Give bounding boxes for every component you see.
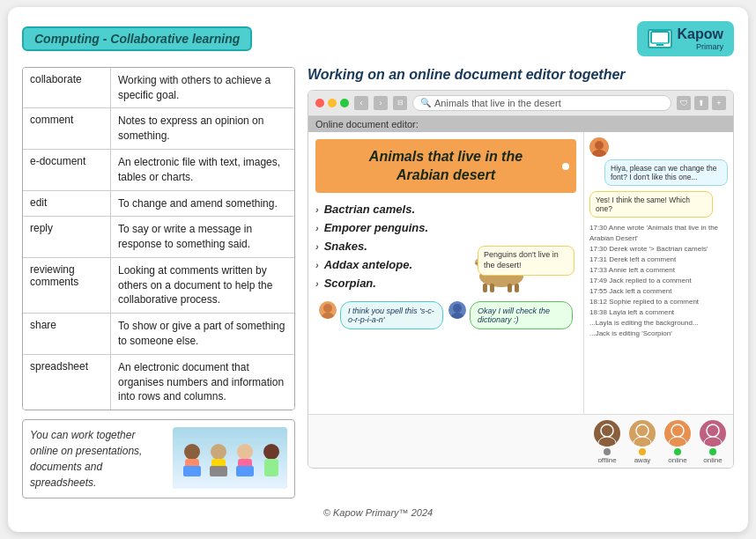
glossary-def: To show or give a part of something to s…	[111, 314, 294, 354]
home-button[interactable]: ⊟	[393, 96, 407, 110]
chat-log-entry: 18:38 Layla left a comment	[589, 307, 728, 318]
logo-sub: Primary	[678, 42, 723, 51]
glossary-term: comment	[23, 108, 111, 149]
page: Computing - Collaborative learning Kapow…	[8, 7, 748, 533]
chat-log-entry: 17:55 Jack left a comment	[589, 286, 728, 297]
chat-log-entry: 17:30 Anne wrote 'Animals that live in t…	[589, 223, 728, 244]
svg-rect-21	[490, 284, 494, 292]
chat-log: 17:30 Anne wrote 'Animals that live in t…	[589, 223, 728, 339]
editor-area: Animals that live in the Arabian desert …	[308, 132, 733, 414]
glossary-def: Working with others to achieve a specifi…	[111, 68, 294, 108]
svg-rect-20	[483, 284, 487, 292]
doc-header-dot	[562, 163, 569, 170]
right-panel: Working on an online document editor tog…	[308, 67, 734, 499]
right-title: Working on an online document editor tog…	[308, 67, 734, 83]
status-dot	[604, 448, 611, 455]
list-arrow: ›	[315, 223, 319, 233]
chat-log-entry: ...Layla is editing the background...	[589, 318, 728, 329]
doc-title: Animals that live in the Arabian desert	[328, 148, 564, 185]
list-arrow: ›	[315, 260, 319, 270]
browser-icons: 🛡 ⬆ +	[677, 96, 726, 110]
chat-user1	[589, 137, 728, 157]
glossary-row: edit To change and amend something.	[23, 191, 294, 218]
user-avatar	[629, 420, 656, 447]
svg-point-7	[211, 444, 226, 460]
chat-log-entry: 17:31 Derek left a comment	[589, 255, 728, 265]
svg-rect-12	[236, 466, 254, 476]
user-avatar	[700, 420, 726, 447]
user-item: offline	[594, 420, 620, 464]
logo: Kapow Primary	[637, 21, 734, 56]
svg-rect-0	[651, 32, 669, 43]
back-button[interactable]: ‹	[354, 96, 368, 110]
glossary-def: Looking at comments written by others on…	[111, 258, 294, 313]
speech2-bubble: Okay I will check the dictionary :)	[470, 301, 573, 329]
traffic-lights	[315, 99, 349, 107]
user-status-group: offline	[597, 448, 616, 464]
svg-rect-23	[515, 284, 519, 292]
svg-rect-1	[656, 43, 663, 46]
svg-point-29	[453, 304, 462, 313]
glossary-row: comment Notes to express an opinion on s…	[23, 108, 294, 150]
logo-text-group: Kapow Primary	[678, 26, 723, 51]
svg-point-4	[184, 444, 200, 460]
list-arrow: ›	[315, 204, 319, 215]
doc-header: Animals that live in the Arabian desert	[315, 139, 576, 194]
glossary-row: reply To say or write a message in respo…	[23, 217, 294, 258]
forward-button[interactable]: ›	[374, 96, 388, 110]
glossary-def: Notes to express an opinion on something…	[111, 108, 294, 149]
list-item-text: Emporer penguins.	[324, 221, 428, 234]
chat-bubble2: Yes! I think the same! Which one?	[589, 191, 713, 218]
glossary-term: collaborate	[23, 68, 111, 108]
speech1-bubble: I think you spell this 's-c-o-r-p-i-a-n'	[340, 301, 443, 329]
user-item: online	[664, 420, 691, 464]
page-title: Computing - Collaborative learning	[22, 26, 252, 51]
close-button[interactable]	[315, 99, 324, 107]
kids-image	[173, 427, 287, 489]
footer: © Kapow Primary™ 2024	[22, 507, 734, 518]
list-item-text: Snakes.	[324, 240, 367, 253]
maximize-button[interactable]	[340, 99, 349, 107]
speech1-container: I think you spell this 's-c-o-r-p-i-a-n'	[319, 301, 443, 329]
address-bar[interactable]: 🔍 Animals that live in the desert	[412, 95, 671, 111]
share-icon[interactable]: ⬆	[694, 96, 708, 110]
svg-point-38	[669, 437, 686, 447]
user-avatar	[594, 420, 620, 447]
svg-point-27	[323, 304, 332, 313]
left-panel: collaborate Working with others to achie…	[22, 67, 295, 499]
svg-point-34	[598, 437, 616, 447]
user-status-label: online	[668, 456, 686, 464]
svg-point-35	[636, 425, 649, 437]
user-item: online	[700, 420, 726, 464]
svg-point-31	[595, 141, 604, 150]
chat-log-entry: 17:30 Derek wrote '> Bactrian camels'	[589, 244, 728, 255]
chat-log-entry: 18:12 Sophie replied to a comment	[589, 297, 728, 307]
minimize-button[interactable]	[328, 99, 337, 107]
browser-mockup: ‹ › ⊟ 🔍 Animals that live in the desert …	[308, 90, 734, 469]
glossary-term: edit	[23, 191, 111, 217]
glossary-term: reply	[23, 217, 111, 257]
svg-point-10	[237, 444, 253, 460]
svg-rect-6	[183, 466, 201, 476]
svg-point-32	[592, 150, 606, 157]
logo-icon	[648, 29, 672, 48]
editor-label: Online document editor:	[308, 116, 733, 132]
chat-log-entry: ...Jack is editing 'Scorpion'	[589, 329, 728, 339]
glossary-def: An electronic file with text, images, ta…	[111, 150, 294, 190]
glossary-table: collaborate Working with others to achie…	[22, 67, 295, 411]
browser-toolbar: ‹ › ⊟ 🔍 Animals that live in the desert …	[308, 91, 733, 116]
bookmark-icon[interactable]: +	[712, 96, 726, 110]
svg-point-13	[263, 444, 279, 460]
user-status-label: away	[634, 456, 651, 464]
header: Computing - Collaborative learning Kapow…	[22, 21, 734, 56]
svg-point-33	[601, 425, 613, 437]
list-arrow: ›	[315, 278, 319, 289]
list-item-text: Scorpian.	[324, 277, 376, 290]
svg-rect-22	[508, 284, 512, 292]
glossary-term: spreadsheet	[23, 355, 111, 410]
comment-penguin: Penguins don't live in the desert!	[478, 246, 574, 275]
glossary-def: An electronic document that organises nu…	[111, 355, 294, 410]
bottom-note: You can work together online on presenta…	[22, 419, 295, 498]
shield-icon[interactable]: 🛡	[677, 96, 691, 110]
glossary-term: share	[23, 314, 111, 354]
